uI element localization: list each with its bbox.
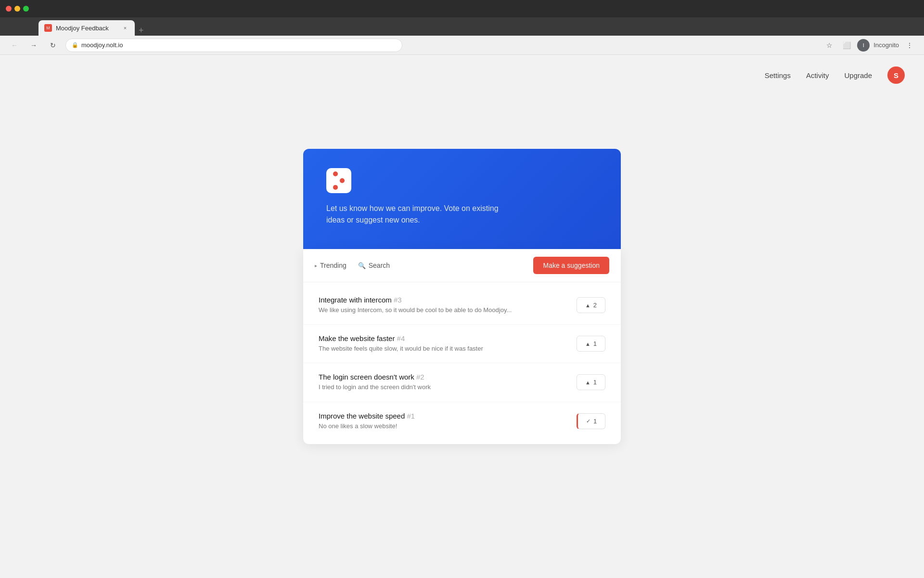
trending-label: Trending	[320, 262, 346, 269]
checkmark-icon: ✓	[586, 418, 590, 424]
suggestion-content: Integrate with intercom #3 We like using…	[319, 296, 569, 315]
vote-button[interactable]: ▲ 1	[577, 374, 605, 390]
vote-button[interactable]: ▲ 1	[577, 336, 605, 352]
top-navigation: Settings Activity Upgrade S	[745, 55, 924, 95]
make-suggestion-button[interactable]: Make a suggestion	[533, 257, 609, 274]
browser-chrome	[0, 0, 924, 17]
upvote-arrow-icon: ▲	[585, 341, 590, 347]
suggestion-description: No one likes a slow website!	[319, 422, 569, 431]
tab-close-button[interactable]: ×	[121, 24, 129, 32]
upvote-arrow-icon: ▲	[585, 302, 590, 308]
suggestion-title: Improve the website speed #1	[319, 412, 569, 420]
maximize-window-button[interactable]	[23, 6, 29, 12]
suggestion-id: #4	[397, 334, 405, 342]
minimize-window-button[interactable]	[14, 6, 20, 12]
suggestion-id: #1	[407, 412, 415, 420]
suggestion-title: Make the website faster #4	[319, 334, 569, 342]
refresh-button[interactable]: ↻	[46, 39, 60, 52]
logo-dot-2	[340, 171, 345, 176]
suggestions-list: Integrate with intercom #3 We like using…	[303, 282, 621, 444]
activity-link[interactable]: Activity	[806, 71, 829, 79]
settings-link[interactable]: Settings	[765, 71, 791, 79]
forward-button[interactable]: →	[27, 39, 40, 52]
tab-bar: M Moodjoy Feedback × +	[0, 17, 924, 36]
suggestion-content: Improve the website speed #1 No one like…	[319, 412, 569, 431]
search-icon: 🔍	[358, 262, 366, 269]
url-bar[interactable]: 🔒 moodjoy.nolt.io	[65, 39, 402, 52]
user-avatar[interactable]: S	[887, 66, 905, 84]
incognito-label: Incognito	[873, 41, 899, 49]
trending-filter[interactable]: ▸ Trending	[315, 262, 346, 269]
url-text: moodjoy.nolt.io	[81, 41, 123, 49]
address-bar-actions: ☆ ⬜ I Incognito ⋮	[822, 39, 916, 52]
new-tab-button[interactable]: +	[135, 26, 148, 36]
search-label: Search	[369, 262, 390, 269]
filter-bar: ▸ Trending 🔍 Search Make a suggestion	[303, 249, 621, 282]
active-tab[interactable]: M Moodjoy Feedback ×	[38, 20, 135, 36]
upgrade-link[interactable]: Upgrade	[844, 71, 872, 79]
address-bar: ← → ↻ 🔒 moodjoy.nolt.io ☆ ⬜ I Incognito …	[0, 36, 924, 55]
logo-dot-1	[333, 171, 338, 176]
chevron-right-icon: ▸	[315, 263, 317, 268]
profile-button[interactable]: I	[857, 39, 870, 52]
lock-icon: 🔒	[72, 42, 78, 48]
suggestion-content: The login screen doesn't work #2 I tried…	[319, 373, 569, 392]
suggestion-item: The login screen doesn't work #2 I tried…	[303, 363, 621, 402]
search-filter[interactable]: 🔍 Search	[358, 262, 390, 269]
logo-dot-6	[340, 185, 345, 190]
main-container: Let us know how we can improve. Vote on …	[303, 55, 621, 444]
hero-banner: Let us know how we can improve. Vote on …	[303, 149, 621, 249]
upvote-arrow-icon: ▲	[585, 380, 590, 385]
hero-description: Let us know how we can improve. Vote on …	[326, 203, 500, 226]
cast-button[interactable]: ⬜	[840, 39, 853, 52]
vote-count: 1	[593, 379, 597, 386]
vote-count: 2	[593, 302, 597, 309]
close-window-button[interactable]	[6, 6, 12, 12]
vote-count: 1	[593, 340, 597, 347]
suggestion-title: The login screen doesn't work #2	[319, 373, 569, 381]
suggestion-id: #2	[416, 373, 424, 381]
voted-button[interactable]: ✓ 1	[577, 413, 605, 429]
suggestion-item: Integrate with intercom #3 We like using…	[303, 286, 621, 325]
suggestion-description: We like using Intercom, so it would be c…	[319, 306, 569, 315]
tab-title: Moodjoy Feedback	[56, 25, 109, 32]
app-logo	[326, 168, 351, 193]
suggestion-description: I tried to login and the screen didn't w…	[319, 383, 569, 392]
content-card: ▸ Trending 🔍 Search Make a suggestion In…	[303, 249, 621, 444]
suggestion-item: Improve the website speed #1 No one like…	[303, 402, 621, 440]
page-content: Settings Activity Upgrade S Let us know …	[0, 55, 924, 578]
vote-count: 1	[593, 418, 597, 425]
suggestion-item: Make the website faster #4 The website f…	[303, 325, 621, 363]
logo-dot-3	[333, 178, 338, 183]
traffic-lights	[6, 6, 29, 12]
suggestion-id: #3	[394, 296, 402, 304]
logo-dot-5	[333, 185, 338, 190]
bookmark-button[interactable]: ☆	[822, 39, 836, 52]
logo-dot-4	[340, 178, 345, 183]
back-button[interactable]: ←	[8, 39, 21, 52]
tab-favicon: M	[44, 24, 52, 32]
menu-button[interactable]: ⋮	[903, 39, 916, 52]
suggestion-content: Make the website faster #4 The website f…	[319, 334, 569, 353]
suggestion-description: The website feels quite slow, it would b…	[319, 344, 569, 353]
logo-dots	[329, 168, 348, 194]
vote-button[interactable]: ▲ 2	[577, 297, 605, 313]
suggestion-title: Integrate with intercom #3	[319, 296, 569, 304]
